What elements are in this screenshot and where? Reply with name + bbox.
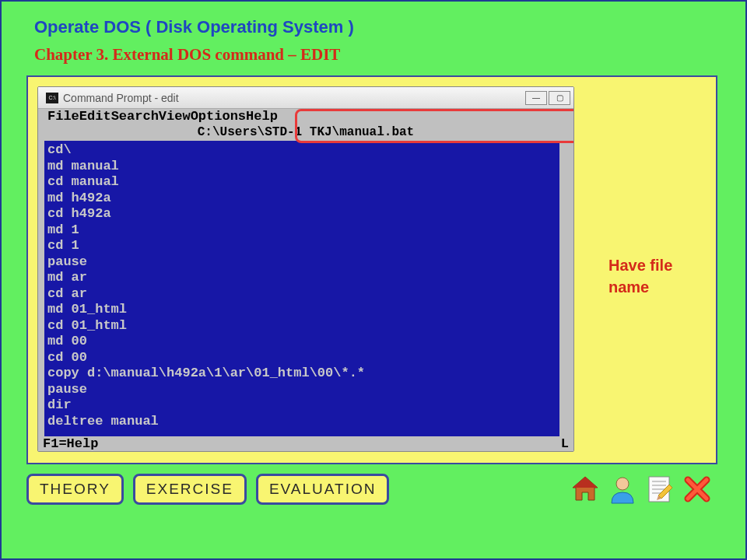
home-icon[interactable] — [570, 474, 601, 505]
evaluation-button[interactable]: Evaluation — [256, 474, 390, 505]
bottom-nav: Theory Exercise Evaluation — [26, 474, 724, 505]
icon-group — [570, 474, 724, 505]
theory-button[interactable]: Theory — [26, 474, 124, 505]
edit-note-icon[interactable] — [644, 474, 675, 505]
user-icon[interactable] — [607, 474, 638, 505]
editor-body[interactable]: cd\ md manual cd manual md h492a cd h492… — [38, 141, 573, 436]
close-icon[interactable] — [682, 474, 713, 505]
minimize-button[interactable]: — — [525, 91, 547, 105]
svg-marker-1 — [573, 477, 598, 488]
editor-menubar[interactable]: File Edit Search View Options Help — [38, 109, 573, 125]
chapter-title: Chapter 3. External DOS command – EDIT — [34, 45, 724, 65]
content-panel: C:\ Command Prompt - edit — ▢ File Edit … — [26, 75, 717, 464]
editor-filepath: C:\Users\STD-1 TKJ\manual.bat — [38, 125, 573, 141]
menu-help[interactable]: Help — [246, 109, 278, 125]
svg-point-2 — [616, 478, 629, 490]
menu-view[interactable]: View — [159, 109, 191, 125]
window-title: Command Prompt - edit — [63, 92, 179, 104]
menu-file[interactable]: File — [47, 109, 79, 125]
editor-statusbar: F1=Help L — [38, 436, 573, 452]
maximize-button[interactable]: ▢ — [549, 91, 570, 105]
annotation-label: Have file name — [608, 254, 702, 298]
menu-options[interactable]: Options — [191, 109, 246, 125]
window-icon: C:\ — [46, 93, 58, 103]
window-titlebar: C:\ Command Prompt - edit — ▢ — [38, 87, 573, 109]
exercise-button[interactable]: Exercise — [133, 474, 247, 505]
status-help: F1=Help — [43, 436, 98, 452]
status-right: L — [561, 436, 569, 452]
command-prompt-window: C:\ Command Prompt - edit — ▢ File Edit … — [37, 86, 574, 452]
menu-search[interactable]: Search — [111, 109, 159, 125]
menu-edit[interactable]: Edit — [79, 109, 111, 125]
page-title: Operate DOS ( Disk Operating System ) — [34, 17, 724, 37]
